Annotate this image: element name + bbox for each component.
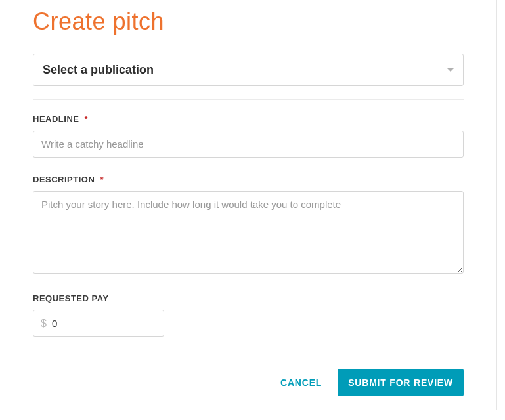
- publication-select[interactable]: Select a publication: [33, 54, 464, 86]
- required-asterisk: *: [85, 114, 89, 124]
- headline-input[interactable]: [33, 131, 464, 158]
- description-input[interactable]: [33, 191, 464, 274]
- publication-select-wrapper: Select a publication: [33, 54, 464, 86]
- page-title: Create pitch: [33, 8, 464, 35]
- button-row: CANCEL SUBMIT FOR REVIEW: [33, 369, 464, 396]
- pay-group: REQUESTED PAY $: [33, 293, 464, 337]
- description-label-text: DESCRIPTION: [33, 175, 95, 184]
- headline-label-text: HEADLINE: [33, 114, 79, 124]
- pay-input[interactable]: [33, 310, 164, 337]
- pay-input-wrapper: $: [33, 310, 164, 337]
- description-label: DESCRIPTION *: [33, 175, 464, 184]
- cancel-button[interactable]: CANCEL: [278, 369, 324, 396]
- headline-label: HEADLINE *: [33, 114, 464, 124]
- required-asterisk: *: [100, 175, 104, 184]
- publication-select-text: Select a publication: [43, 63, 154, 77]
- divider: [33, 99, 464, 100]
- submit-button[interactable]: SUBMIT FOR REVIEW: [338, 369, 464, 396]
- pay-label: REQUESTED PAY: [33, 293, 464, 303]
- caret-down-icon: [447, 68, 454, 72]
- headline-group: HEADLINE *: [33, 114, 464, 158]
- description-group: DESCRIPTION *: [33, 175, 464, 276]
- create-pitch-form: Create pitch Select a publication HEADLI…: [0, 0, 497, 410]
- divider-bottom: [33, 354, 464, 354]
